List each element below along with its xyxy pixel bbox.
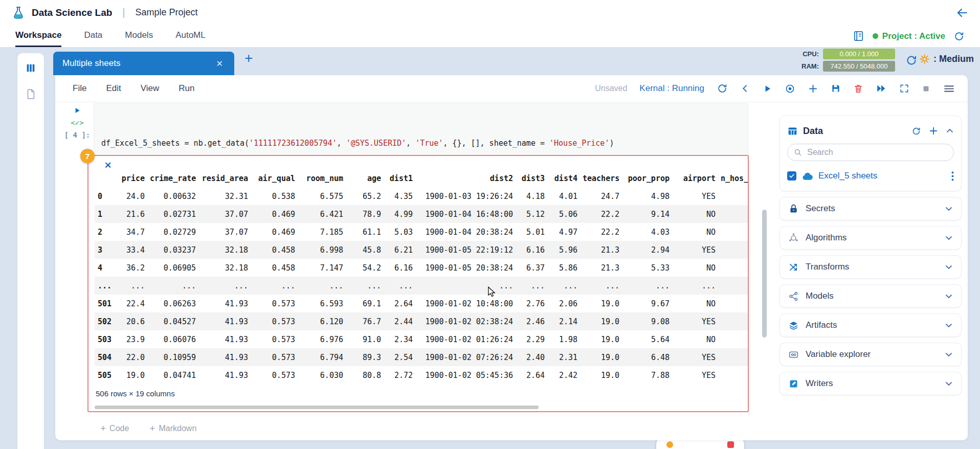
data-refresh-icon[interactable] [911, 126, 921, 136]
menu-file[interactable]: File [73, 83, 86, 94]
section-label: Secrets [806, 204, 938, 214]
project-refresh-icon[interactable] [953, 31, 965, 42]
delete-cell-icon[interactable] [853, 83, 863, 94]
nav-item-automl[interactable]: AutoML [175, 25, 206, 47]
dataset-checkbox[interactable] [787, 171, 796, 181]
stop-kernel-icon[interactable] [922, 84, 930, 93]
app-root: Data Science Lab | Sample Project Worksp… [0, 0, 980, 449]
notebook-toolbar: File Edit View Run Unsaved Kernal : Runn… [55, 75, 968, 102]
vertical-scrollbar[interactable] [762, 210, 767, 338]
table-row: 50220.60.0452741.930.5736.12076.72.44190… [95, 312, 749, 330]
new-tab-button[interactable]: + [244, 51, 253, 65]
table-row: 234.70.0272937.070.4697.18561.15.031900-… [95, 223, 749, 241]
cell-output: 7 ✕ pricecrime_rateresid_areaair_qualroo… [87, 155, 749, 412]
record-icon[interactable] [785, 83, 795, 94]
section-variable-explorer[interactable]: Variable explorer [779, 343, 962, 366]
add-cell-row: + Code + Markdown [100, 423, 196, 433]
horizontal-scrollbar[interactable] [95, 406, 539, 409]
menu-view[interactable]: View [141, 83, 160, 94]
save-notebook-icon[interactable] [831, 83, 841, 94]
tab-close-icon[interactable]: ✕ [214, 58, 225, 70]
tab-multiple-sheets[interactable]: Multiple sheets ✕ [53, 52, 234, 75]
app-title: Data Science Lab [32, 7, 112, 18]
kebab-menu-icon[interactable] [951, 171, 954, 181]
data-grid-icon [787, 126, 798, 137]
dataset-label: Excel_5 sheets [818, 171, 877, 181]
algorithm-network-icon [788, 233, 799, 243]
menu-run[interactable]: Run [179, 83, 194, 94]
kernel-refresh-icon[interactable] [717, 83, 728, 94]
kernel-status-label: Kernal : Running [639, 83, 704, 94]
section-label: Algorithms [806, 233, 938, 243]
resource-metrics: CPU: 0.000 / 1.000 RAM: 742.550 / 5048.0… [797, 49, 895, 72]
code-line-1: df_Excel_5_sheets = nb.get_data('1111172… [101, 137, 741, 150]
data-card: Data [779, 116, 962, 191]
add-markdown-label: Markdown [159, 424, 196, 433]
instance-size[interactable]: : Medium [919, 54, 974, 64]
section-label: Writers [806, 378, 938, 389]
chevron-down-icon [945, 263, 953, 271]
section-algorithms[interactable]: Algorithms [779, 226, 962, 250]
output-close-icon[interactable]: ✕ [104, 160, 112, 171]
run-this-cell-icon[interactable] [73, 106, 81, 115]
search-icon [793, 148, 803, 157]
project-status: Project : Active [873, 31, 945, 41]
run-cell-icon[interactable] [763, 84, 772, 94]
model-nodes-icon [788, 291, 799, 302]
run-all-icon[interactable] [876, 83, 887, 94]
section-writers[interactable]: Writers [779, 372, 962, 395]
scrollbar-gutter [756, 102, 773, 440]
table-row: 50422.00.1095941.930.5736.79489.32.54190… [95, 348, 749, 366]
chevron-down-icon [945, 234, 953, 242]
section-label: Models [806, 291, 938, 301]
chevron-up-icon[interactable] [946, 127, 954, 135]
section-secrets[interactable]: Secrets [779, 197, 962, 220]
ram-usage-badge: 742.550 / 5048.000 [823, 61, 895, 72]
file-icon[interactable] [25, 88, 36, 100]
table-header-row: pricecrime_rateresid_areaair_qualroom_nu… [95, 169, 749, 187]
chevron-down-icon [945, 379, 953, 388]
shuffle-arrows-icon [788, 262, 799, 273]
notebook-area: <✓> [ 4 ]: df_Excel_5_sheets = nb.get_da… [55, 102, 756, 440]
add-code-cell-button[interactable]: + Code [100, 423, 129, 433]
section-artifacts[interactable]: Artifacts [779, 313, 962, 337]
fullscreen-icon[interactable] [899, 83, 909, 94]
layout-columns-icon[interactable] [25, 62, 36, 74]
brand: Data Science Lab | Sample Project [11, 6, 198, 20]
metrics-refresh-icon[interactable] [905, 54, 918, 66]
cutoff-floating-widget[interactable] [656, 439, 744, 449]
status-dot-icon [873, 33, 878, 39]
data-add-icon[interactable] [928, 126, 939, 136]
chevron-down-icon [945, 205, 953, 213]
writer-pencil-icon [788, 378, 799, 389]
nav-item-models[interactable]: Models [125, 25, 153, 47]
add-markdown-cell-button[interactable]: + Markdown [149, 423, 196, 433]
section-transforms[interactable]: Transforms [779, 255, 962, 279]
plus-icon: + [149, 423, 155, 433]
main-nav: Workspace Data Models AutoML Project : A… [0, 25, 980, 47]
chevron-down-icon [945, 350, 953, 358]
dataframe-table: pricecrime_rateresid_areaair_qualroom_nu… [95, 169, 749, 384]
dataset-list-item[interactable]: Excel_5 sheets [787, 168, 954, 184]
notebook-menu-icon[interactable] [943, 82, 955, 95]
section-label: Transforms [806, 262, 938, 272]
add-cell-icon[interactable] [808, 83, 818, 94]
section-label: Artifacts [806, 320, 938, 330]
notebook-workspace: File Edit View Run Unsaved Kernal : Runn… [55, 75, 968, 440]
chevron-left-icon[interactable] [740, 83, 750, 94]
instance-size-label: : Medium [933, 54, 974, 64]
nav-item-data[interactable]: Data [84, 25, 102, 47]
nav-item-workspace[interactable]: Workspace [15, 25, 61, 47]
right-panel: Data [773, 102, 968, 440]
search-input[interactable] [787, 144, 954, 161]
save-state-label: Unsaved [595, 84, 627, 93]
activity-log-icon[interactable] [853, 30, 864, 42]
section-models[interactable]: Models [779, 284, 962, 308]
cpu-usage-badge: 0.000 / 1.000 [823, 49, 895, 59]
cpu-label: CPU: [797, 50, 819, 58]
back-arrow-icon[interactable] [955, 6, 969, 19]
data-card-title: Data [803, 126, 823, 137]
menu-edit[interactable]: Edit [106, 83, 121, 94]
table-row: ........................................… [95, 277, 749, 295]
cell-gutter: <✓> [ 4 ]: [62, 106, 92, 139]
